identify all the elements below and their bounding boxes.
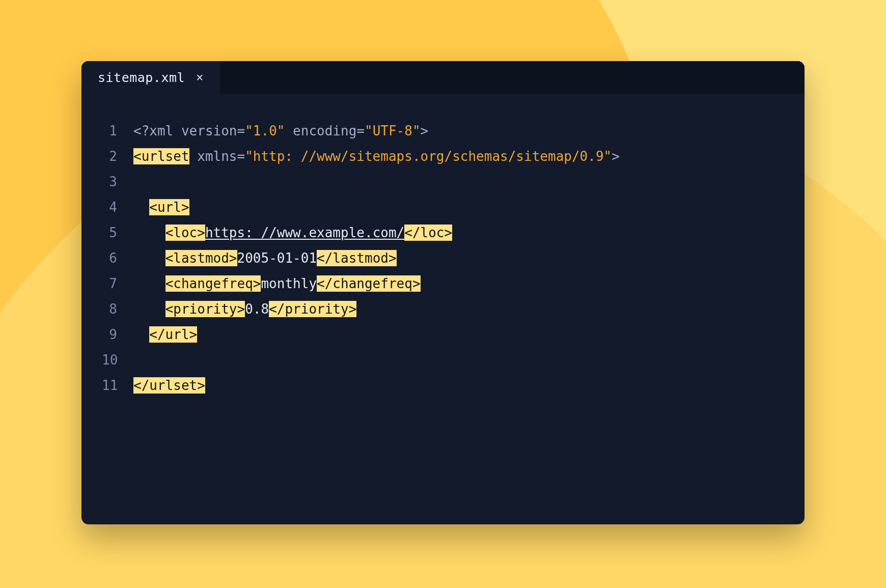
code-line: 9 </url> (102, 322, 784, 347)
code-token: https: //www.example.com/ (205, 225, 404, 240)
line-number: 9 (102, 328, 133, 341)
code-token: <lastmod> (165, 250, 237, 266)
code-line: 2<urlset xmlns="http: //www/sitemaps.org… (102, 144, 784, 169)
code-content[interactable] (133, 175, 784, 188)
code-token: <url> (149, 199, 189, 215)
line-number: 7 (102, 277, 133, 290)
code-token (133, 327, 149, 342)
code-token: "UTF-8" (365, 123, 421, 138)
code-line: 6 <lastmod>2005-01-01</lastmod> (102, 245, 784, 271)
code-token: monthly (261, 276, 317, 291)
code-token: </changefreq> (317, 275, 421, 292)
code-line: 1<?xml version="1.0" encoding="UTF-8"> (102, 118, 784, 144)
line-number: 2 (102, 150, 133, 163)
code-token (133, 200, 149, 215)
code-token: <loc> (165, 225, 205, 241)
code-line: 5 <loc>https: //www.example.com/</loc> (102, 220, 784, 245)
code-token: </lastmod> (317, 250, 397, 266)
code-line: 4 <url> (102, 194, 784, 220)
code-content[interactable]: <urlset xmlns="http: //www/sitemaps.org/… (133, 150, 784, 163)
line-number: 3 (102, 175, 133, 188)
code-token: 0.8 (245, 301, 269, 317)
code-token: xmlns= (189, 149, 245, 164)
code-token: "1.0" (245, 123, 285, 138)
line-number: 4 (102, 201, 133, 214)
code-token: 2005-01-01 (237, 250, 317, 266)
code-line: 7 <changefreq>monthly</changefreq> (102, 271, 784, 296)
code-token (133, 301, 165, 317)
code-token: encoding= (285, 123, 365, 138)
code-content[interactable]: <changefreq>monthly</changefreq> (133, 277, 784, 290)
code-content[interactable]: <lastmod>2005-01-01</lastmod> (133, 251, 784, 265)
code-line: 10 (102, 347, 784, 373)
code-token: <priority> (165, 301, 245, 317)
code-content[interactable]: </url> (133, 328, 784, 341)
code-line: 11</urlset> (102, 373, 784, 398)
code-token: <urlset (133, 148, 189, 164)
close-icon[interactable]: × (194, 69, 206, 86)
code-token: <? (133, 123, 149, 138)
file-tab-filename: sitemap.xml (98, 70, 185, 85)
line-number: 8 (102, 302, 133, 316)
code-token: > (612, 149, 620, 164)
line-number: 6 (102, 251, 133, 265)
code-token (133, 250, 165, 266)
code-token: <changefreq> (165, 275, 261, 292)
code-content[interactable]: <loc>https: //www.example.com/</loc> (133, 226, 784, 239)
tab-bar: sitemap.xml × (81, 61, 805, 94)
code-token: </url> (149, 326, 197, 343)
code-content[interactable] (133, 353, 784, 367)
code-area[interactable]: 1<?xml version="1.0" encoding="UTF-8">2<… (81, 94, 805, 418)
line-number: 10 (102, 353, 133, 367)
code-token (133, 174, 142, 189)
file-tab[interactable]: sitemap.xml × (81, 61, 220, 94)
code-token: "http: //www/sitemaps.org/schemas/sitema… (245, 149, 612, 164)
code-content[interactable]: <?xml version="1.0" encoding="UTF-8"> (133, 124, 784, 137)
code-content[interactable]: <url> (133, 201, 784, 214)
code-token (133, 225, 165, 240)
line-number: 1 (102, 124, 133, 137)
line-number: 5 (102, 226, 133, 239)
code-token: </loc> (404, 225, 452, 241)
code-line: 3 (102, 169, 784, 194)
code-token: version= (181, 123, 245, 138)
code-token (133, 276, 165, 291)
code-token (133, 352, 142, 368)
line-number: 11 (102, 379, 133, 392)
code-content[interactable]: <priority>0.8</priority> (133, 302, 784, 316)
code-line: 8 <priority>0.8</priority> (102, 296, 784, 322)
code-token: </priority> (269, 301, 356, 317)
code-token: > (421, 123, 429, 138)
code-editor-window: sitemap.xml × 1<?xml version="1.0" encod… (81, 61, 805, 524)
code-token: xml (149, 123, 181, 138)
code-content[interactable]: </urlset> (133, 379, 784, 392)
code-token: </urlset> (133, 377, 205, 394)
